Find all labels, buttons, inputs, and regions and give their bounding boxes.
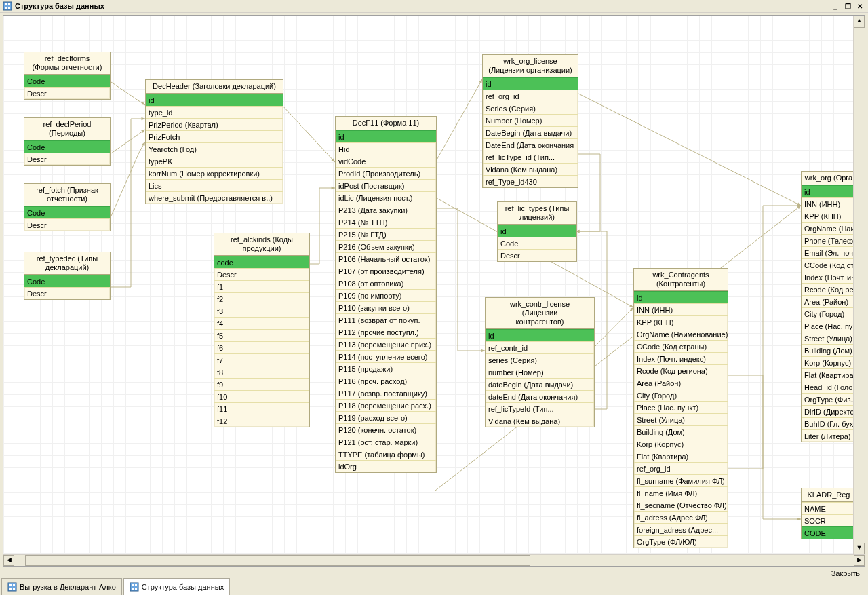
- table-field[interactable]: P116 (проч. расход): [336, 375, 436, 387]
- db-table-ref_declPeriod[interactable]: ref_declPeriod(Периоды)CodeDescr: [24, 117, 111, 166]
- table-field[interactable]: CCode (Код страны): [634, 340, 728, 352]
- table-field[interactable]: Descr: [24, 287, 110, 299]
- table-field[interactable]: series (Серия): [486, 353, 594, 366]
- table-field[interactable]: P121 (ост. стар. марки): [336, 436, 436, 448]
- table-field[interactable]: DateEnd (Дата окончания: [483, 138, 578, 151]
- vertical-scrollbar[interactable]: ▲ ▼: [853, 16, 865, 555]
- table-field[interactable]: Rcode (Код региона): [634, 364, 728, 377]
- table-field[interactable]: DateBegin (Дата выдачи): [483, 126, 578, 138]
- table-field[interactable]: Index (Почт. индекс): [634, 352, 728, 364]
- table-field[interactable]: ref_org_id: [634, 462, 728, 474]
- table-field[interactable]: Street (Улица): [802, 332, 856, 344]
- table-field[interactable]: Building (Дом): [634, 425, 728, 438]
- table-field[interactable]: P106 (Начальный остаток): [336, 252, 436, 265]
- table-field[interactable]: idPost (Поставщик): [336, 179, 436, 191]
- table-field[interactable]: KPP (КПП): [634, 315, 728, 328]
- table-field[interactable]: BuhID (Гл. бухг: [802, 417, 856, 429]
- db-table-KLADR_Reg[interactable]: KLADR_RegNAMESOCRCODE: [801, 488, 856, 539]
- table-field[interactable]: Building (Дом): [802, 344, 856, 356]
- table-field[interactable]: dateEnd (Дата окончания): [486, 390, 594, 402]
- table-field[interactable]: f4: [214, 317, 309, 329]
- table-field[interactable]: Yearotch (Год): [146, 142, 283, 155]
- table-field[interactable]: Hid: [336, 142, 436, 155]
- table-field[interactable]: SOCR: [802, 514, 856, 526]
- table-field[interactable]: f1: [214, 280, 309, 292]
- table-field[interactable]: OrgName (Наименование): [634, 328, 728, 340]
- horizontal-scrollbar[interactable]: ◀ ▶: [3, 554, 865, 566]
- table-field[interactable]: Descr: [498, 249, 576, 261]
- table-field[interactable]: f3: [214, 305, 309, 317]
- table-field[interactable]: idOrg: [336, 460, 436, 472]
- table-field[interactable]: Area (Район): [634, 377, 728, 389]
- table-field[interactable]: NAME: [802, 502, 856, 514]
- scroll-down-icon[interactable]: ▼: [854, 543, 865, 555]
- table-field[interactable]: P120 (конечн. остаток): [336, 423, 436, 436]
- db-table-ref_typedec[interactable]: ref_typedec (Типыдеклараций)CodeDescr: [24, 252, 111, 300]
- table-field[interactable]: typePK: [146, 155, 283, 167]
- pk-field[interactable]: Code: [24, 75, 110, 87]
- scroll-thumb[interactable]: [25, 555, 530, 566]
- table-field[interactable]: idLic (Лицензия пост.): [336, 191, 436, 204]
- table-field[interactable]: P117 (возвр. поставщику): [336, 387, 436, 399]
- table-field[interactable]: ProdId (Производитель): [336, 167, 436, 179]
- db-table-DecHeader[interactable]: DecHeader (Заголовки деклараций)idtype_i…: [145, 79, 283, 204]
- table-field[interactable]: fl_adress (Адрес ФЛ): [634, 511, 728, 523]
- db-table-ref_fotch[interactable]: ref_fotch (Признакотчетности)CodeDescr: [24, 183, 111, 231]
- table-field[interactable]: Flat (Квартира): [802, 368, 856, 381]
- table-field[interactable]: f11: [214, 402, 309, 415]
- table-field[interactable]: Descr: [24, 153, 110, 165]
- pk-field[interactable]: CODE: [802, 526, 856, 539]
- table-field[interactable]: P110 (закупки всего): [336, 301, 436, 313]
- pk-field[interactable]: id: [336, 130, 436, 142]
- db-table-ref_declforms[interactable]: ref_declforms(Формы отчетности)CodeDescr: [24, 52, 111, 100]
- pk-field[interactable]: id: [486, 329, 594, 341]
- table-field[interactable]: type_id: [146, 106, 283, 118]
- pk-field[interactable]: Code: [24, 140, 110, 153]
- db-table-wrk_org[interactable]: wrk_org (ОргаidINN (ИНН)KPP (КПП)OrgName…: [801, 171, 856, 442]
- table-field[interactable]: f2: [214, 292, 309, 305]
- table-field[interactable]: Vidana (Кем выдана): [486, 415, 594, 427]
- table-field[interactable]: fl_secname (Отчество ФЛ): [634, 499, 728, 511]
- tab[interactable]: Выгрузка в Декларант-Алко: [1, 578, 122, 595]
- scroll-right-icon[interactable]: ▶: [854, 555, 865, 566]
- table-field[interactable]: ref_org_id: [483, 90, 578, 102]
- close-link[interactable]: Закрыть: [831, 569, 860, 577]
- table-field[interactable]: P215 (№ ГТД): [336, 228, 436, 240]
- table-field[interactable]: f8: [214, 366, 309, 378]
- table-field[interactable]: vidCode: [336, 155, 436, 167]
- table-field[interactable]: P213 (Дата закупки): [336, 204, 436, 216]
- table-field[interactable]: f7: [214, 353, 309, 366]
- table-field[interactable]: Descr: [24, 87, 110, 99]
- db-table-wrk_contr_license[interactable]: wrk_contr_license(Лицензииконтрагентов)i…: [485, 297, 595, 427]
- table-field[interactable]: P114 (поступление всего): [336, 350, 436, 362]
- pk-field[interactable]: id: [802, 185, 856, 197]
- table-field[interactable]: Lics: [146, 179, 283, 191]
- table-field[interactable]: f10: [214, 390, 309, 402]
- table-field[interactable]: ref_contr_id: [486, 341, 594, 353]
- table-field[interactable]: P111 (возврат от покуп.: [336, 313, 436, 326]
- table-field[interactable]: PrizPeriod (Квартал): [146, 118, 283, 130]
- pk-field[interactable]: id: [146, 94, 283, 106]
- table-field[interactable]: Liter (Литера): [802, 429, 856, 442]
- table-field[interactable]: number (Номер): [486, 366, 594, 378]
- table-field[interactable]: f6: [214, 341, 309, 353]
- scroll-left-icon[interactable]: ◀: [3, 555, 14, 566]
- table-field[interactable]: INN (ИНН): [802, 197, 856, 210]
- pk-field[interactable]: id: [483, 77, 578, 90]
- table-field[interactable]: P119 (расход всего): [336, 411, 436, 423]
- table-field[interactable]: P112 (прочие поступл.): [336, 326, 436, 338]
- table-field[interactable]: P109 (по импорту): [336, 289, 436, 301]
- db-table-ref_alckinds[interactable]: ref_alckinds (Кодыпродукции)codeDescrf1f…: [214, 233, 310, 427]
- table-field[interactable]: City (Город): [634, 389, 728, 401]
- table-field[interactable]: foreign_adress (Адрес...: [634, 523, 728, 535]
- table-field[interactable]: Descr: [214, 268, 309, 280]
- table-field[interactable]: P214 (№ ТТН): [336, 216, 436, 228]
- db-table-wrk_Contragents[interactable]: wrk_Contragents(Контрагенты)idINN (ИНН)K…: [633, 268, 728, 548]
- table-field[interactable]: dateBegin (Дата выдачи): [486, 378, 594, 390]
- diagram-canvas[interactable]: ref_declforms(Формы отчетности)CodeDescr…: [3, 16, 865, 567]
- table-field[interactable]: f5: [214, 329, 309, 341]
- table-field[interactable]: Place (Нас. пун: [802, 320, 856, 332]
- table-field[interactable]: fl_surname (Фамилия ФЛ): [634, 474, 728, 486]
- table-field[interactable]: f9: [214, 378, 309, 390]
- table-field[interactable]: Number (Номер): [483, 114, 578, 126]
